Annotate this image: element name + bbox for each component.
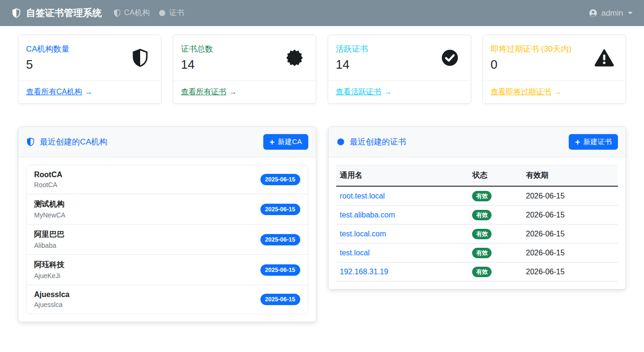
dashboard: CA机构数量 5 查看所有CA机构→ 证书总数 14 查看所有证书→ [0, 26, 644, 336]
expiry-date: 2026-06-15 [522, 262, 618, 281]
user-dropdown[interactable]: admin [589, 9, 633, 18]
cert-row: test.local 有效 2026-06-15 [336, 244, 618, 262]
new-ca-button[interactable]: + 新建CA [263, 134, 308, 150]
expiry-date: 2026-06-15 [522, 244, 618, 262]
status-badge: 有效 [472, 191, 492, 201]
cert-link[interactable]: test.alibaba.com [340, 211, 395, 219]
top-navbar: 自签证书管理系统 CA机构 证书 admin [0, 0, 644, 26]
shield-half-icon [26, 137, 35, 146]
ca-date-badge: 2025-06-15 [260, 174, 300, 185]
arrow-right-icon: → [229, 88, 237, 96]
view-all-certs-link[interactable]: 查看所有证书→ [181, 88, 237, 96]
stat-card-expiring-certs: 即将过期证书 (30天内) 0 查看即将过期证书→ [483, 35, 626, 104]
stat-card-cert-total: 证书总数 14 查看所有证书→ [173, 35, 316, 104]
new-cert-button[interactable]: + 新建证书 [569, 134, 618, 150]
brand-home-link[interactable]: 自签证书管理系统 [11, 7, 102, 19]
person-circle-icon [589, 9, 598, 18]
ca-list: RootCA RootCA 2025-06-15 测试机构 MyNewCA 20… [26, 165, 308, 314]
stat-card-ca-count: CA机构数量 5 查看所有CA机构→ [18, 35, 161, 104]
col-status: 状态 [468, 165, 522, 187]
seal-icon [336, 137, 345, 146]
status-badge: 有效 [472, 248, 492, 258]
view-all-ca-link[interactable]: 查看所有CA机构→ [26, 88, 92, 96]
stat-value: 14 [181, 57, 213, 72]
ca-list-item: 测试机构 MyNewCA 2025-06-15 [27, 194, 308, 224]
username: admin [601, 9, 623, 18]
seal-icon [158, 9, 166, 17]
stat-value: 14 [336, 57, 368, 72]
cert-link[interactable]: 192.168.31.19 [340, 268, 388, 276]
nav-item-ca-label: CA机构 [124, 8, 150, 18]
recent-ca-panel: 最近创建的CA机构 + 新建CA RootCA RootCA 2025-06-1… [18, 126, 316, 322]
main-nav: CA机构 证书 [113, 8, 184, 18]
app-title: 自签证书管理系统 [26, 7, 102, 19]
cert-link[interactable]: test.local [340, 249, 370, 257]
cert-row: test.local.com 有效 2026-06-15 [336, 225, 618, 244]
ca-list-item: 阿里巴巴 Alibaba 2025-06-15 [27, 224, 308, 254]
ca-list-item: Ajuesslca Ajuesslca 2025-06-15 [27, 285, 308, 314]
stat-title: CA机构数量 [26, 44, 70, 54]
stat-title: 活跃证书 [336, 44, 368, 54]
seal-icon [285, 48, 304, 68]
recent-certs-title: 最近创建的证书 [336, 136, 406, 147]
plus-icon: + [575, 138, 580, 146]
shield-half-icon [131, 48, 150, 67]
ca-date-badge: 2025-06-15 [260, 264, 300, 276]
warning-triangle-icon [594, 48, 614, 68]
cert-row: test.alibaba.com 有效 2026-06-15 [336, 206, 618, 225]
ca-date-badge: 2025-06-15 [260, 204, 300, 215]
ca-date-badge: 2025-06-15 [260, 294, 300, 305]
arrow-right-icon: → [384, 88, 392, 96]
nav-item-cert-label: 证书 [169, 8, 184, 18]
cert-link[interactable]: test.local.com [340, 230, 386, 238]
stat-value: 5 [26, 57, 70, 72]
col-expiry: 有效期 [522, 165, 618, 187]
ca-list-item: RootCA RootCA 2025-06-15 [27, 165, 308, 194]
recent-ca-title: 最近创建的CA机构 [26, 136, 107, 147]
check-circle-icon [440, 48, 459, 67]
panels-row: 最近创建的CA机构 + 新建CA RootCA RootCA 2025-06-1… [18, 126, 626, 322]
view-active-certs-link[interactable]: 查看活跃证书→ [336, 88, 392, 96]
nav-item-cert[interactable]: 证书 [158, 8, 184, 18]
arrow-right-icon: → [85, 88, 92, 96]
shield-half-icon [113, 9, 121, 17]
stat-value: 0 [491, 57, 572, 72]
stat-title: 即将过期证书 (30天内) [491, 44, 572, 54]
stat-title: 证书总数 [181, 44, 213, 54]
cert-link[interactable]: root.test.local [340, 192, 385, 200]
col-common-name: 通用名 [336, 165, 469, 187]
cert-table: 通用名 状态 有效期 root.test.local 有效 2026-06-15… [336, 165, 618, 281]
stats-row: CA机构数量 5 查看所有CA机构→ 证书总数 14 查看所有证书→ [18, 35, 626, 104]
plus-icon: + [269, 138, 275, 146]
status-badge: 有效 [472, 229, 492, 239]
status-badge: 有效 [472, 267, 492, 277]
shield-half-icon [11, 8, 21, 18]
nav-item-ca[interactable]: CA机构 [113, 8, 150, 18]
view-expiring-certs-link[interactable]: 查看即将过期证书→ [491, 88, 562, 96]
cert-row: 192.168.31.19 有效 2026-06-15 [336, 262, 618, 281]
stat-card-active-certs: 活跃证书 14 查看活跃证书→ [328, 35, 471, 104]
expiry-date: 2026-06-15 [522, 186, 618, 206]
expiry-date: 2026-06-15 [522, 206, 618, 225]
recent-certs-panel: 最近创建的证书 + 新建证书 通用名 状态 有效期 [328, 126, 626, 289]
status-badge: 有效 [472, 210, 492, 220]
arrow-right-icon: → [554, 88, 562, 96]
cert-row: root.test.local 有效 2026-06-15 [336, 186, 618, 206]
caret-down-icon [628, 12, 633, 14]
expiry-date: 2026-06-15 [522, 225, 618, 244]
ca-list-item: 阿珏科技 AjueKeJi 2025-06-15 [27, 254, 308, 285]
ca-date-badge: 2025-06-15 [260, 234, 300, 245]
